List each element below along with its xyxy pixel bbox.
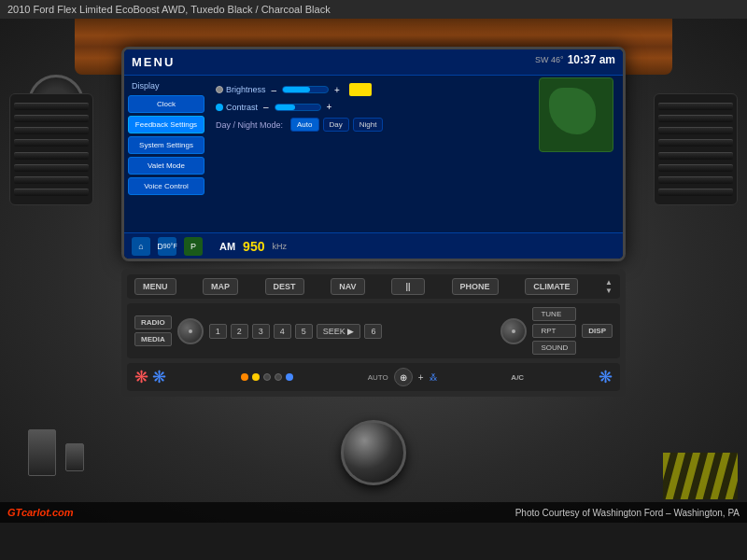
hazard-stripes	[663, 453, 738, 499]
control-panel: MENU MAP DEST NAV || PHONE CLIMATE ▲ ▼ R…	[121, 269, 626, 397]
radio-frequency: 950	[243, 239, 264, 254]
preset-4[interactable]: 4	[274, 324, 291, 339]
media-button[interactable]: MEDIA	[134, 332, 172, 346]
status-indicator-2	[275, 373, 282, 381]
radio-button[interactable]: RADIO	[134, 315, 172, 329]
screen-header: MENU SW 46° 10:37 am	[124, 49, 623, 76]
logo-dot: .com	[49, 507, 74, 518]
dest-button[interactable]: DEST	[265, 278, 304, 295]
tune-label: TUNE	[532, 307, 576, 321]
infotainment-screen[interactable]: MENU SW 46° 10:37 am Display Clock Feedb…	[121, 47, 626, 261]
media-control-row: RADIO MEDIA 1 2 3 4 5 SEEK ▶ 6 TUNE RPT	[127, 303, 620, 358]
logo-gt: GT	[7, 507, 21, 518]
knob-indicator	[189, 329, 192, 333]
site-logo: GTcarlot.com	[7, 507, 74, 518]
center-knob-area	[187, 420, 560, 485]
screen-bottom-bar: ⌂ D90°F P AM 950 kHz	[124, 232, 623, 259]
passenger-icon[interactable]: P	[184, 237, 203, 256]
power-indicator	[241, 373, 248, 381]
radio-band: AM	[219, 241, 235, 252]
contrast-fill	[275, 105, 296, 110]
nav-button[interactable]: NAV	[331, 278, 364, 295]
title-bar: 2010 Ford Flex Limited EcoBoost AWD, Tux…	[0, 0, 747, 19]
night-mode-options: Auto Day Night	[290, 118, 383, 132]
menu-button[interactable]: MENU	[134, 278, 176, 295]
preset-5[interactable]: 5	[295, 324, 313, 339]
night-mode-auto[interactable]: Auto	[290, 118, 318, 132]
home-icon[interactable]: ⌂	[132, 237, 150, 256]
watermark-bar: GTcarlot.com Photo Courtesy of Washingto…	[0, 502, 747, 523]
compass-indicator: SW 46°	[535, 55, 564, 64]
ac-indicator	[286, 373, 293, 381]
clock-display: 10:37 am	[568, 53, 615, 66]
screen-body: Display Clock Feedback Settings System S…	[124, 76, 623, 232]
rpt-button[interactable]: RPT	[532, 324, 576, 338]
night-mode-day[interactable]: Day	[323, 118, 349, 132]
pause-button[interactable]: ||	[391, 278, 425, 295]
tune-knob[interactable]	[500, 318, 527, 344]
preset-2[interactable]: 2	[231, 324, 248, 339]
pedal-area	[19, 401, 93, 476]
driver-icon[interactable]: D90°F	[158, 237, 176, 256]
seek-button[interactable]: SEEK ▶	[317, 324, 361, 339]
gas-pedal	[65, 443, 84, 471]
preset-3[interactable]: 3	[252, 324, 270, 339]
page-title: 2010 Ford Flex Limited EcoBoost AWD, Tux…	[7, 4, 331, 15]
climate-button[interactable]: CLIMATE	[525, 278, 578, 295]
brightness-fill	[283, 87, 310, 92]
scroll-buttons[interactable]: ▲ ▼	[605, 279, 613, 295]
screen-menu-title: MENU	[132, 55, 175, 69]
night-mode-label: Day / Night Mode:	[216, 120, 283, 130]
main-rotary-knob[interactable]	[341, 420, 406, 485]
plus-icon[interactable]: +	[418, 372, 424, 383]
disp-button[interactable]: DISP	[582, 324, 613, 338]
menu-item-voice[interactable]: Voice Control	[128, 177, 204, 195]
brake-pedal	[28, 429, 56, 476]
fan-up-icon: ❋	[134, 367, 148, 387]
photo-area: MENU SW 46° 10:37 am Display Clock Feedb…	[0, 19, 747, 523]
preset-6[interactable]: 6	[364, 324, 382, 339]
menu-item-system[interactable]: System Settings	[128, 136, 204, 154]
contrast-decrease[interactable]: –	[263, 102, 269, 112]
menu-item-valet[interactable]: Valet Mode	[128, 157, 204, 175]
brightness-increase[interactable]: +	[334, 85, 340, 95]
climate-control-row: ❋ ❋ AUTO ⊕ + ⁂ A/C	[127, 363, 620, 391]
radio-unit: kHz	[272, 242, 287, 251]
tune-buttons: TUNE RPT SOUND	[532, 307, 576, 355]
status-indicators	[241, 373, 293, 381]
brightness-preview	[349, 83, 372, 96]
ac-label: ⁂	[430, 373, 437, 382]
screen-inner: MENU SW 46° 10:37 am Display Clock Feedb…	[124, 49, 623, 259]
sound-button[interactable]: SOUND	[532, 341, 576, 355]
photo-credit: Photo Courtesy of Washington Ford – Wash…	[515, 508, 740, 518]
preset-1[interactable]: 1	[209, 324, 227, 339]
scroll-down-icon[interactable]: ▼	[605, 287, 613, 295]
scroll-up-icon[interactable]: ▲	[605, 279, 613, 287]
screen-sidebar-menu: Display Clock Feedback Settings System S…	[124, 76, 208, 232]
contrast-increase[interactable]: +	[327, 102, 332, 112]
contrast-track	[275, 104, 321, 111]
fan-speed-button[interactable]: ⊕	[394, 368, 413, 386]
brightness-decrease[interactable]: –	[272, 85, 277, 95]
left-vent	[9, 93, 93, 205]
fan-controls-right: ❋	[599, 367, 613, 387]
fan-speed-icon: ⊕	[400, 372, 407, 383]
auto-label: AUTO	[368, 373, 388, 382]
status-indicator-1	[263, 373, 271, 381]
source-buttons: RADIO MEDIA	[134, 315, 172, 346]
map-button[interactable]: MAP	[203, 278, 238, 295]
menu-item-feedback[interactable]: Feedback Settings	[128, 116, 204, 133]
nav-button-row: MENU MAP DEST NAV || PHONE CLIMATE ▲ ▼	[127, 274, 620, 299]
phone-button[interactable]: PHONE	[452, 278, 499, 295]
menu-item-clock[interactable]: Clock	[128, 95, 204, 113]
svg-rect-2	[663, 453, 738, 499]
climate-center-controls: AUTO ⊕ + ⁂	[368, 368, 437, 386]
map-landmass	[549, 88, 596, 134]
night-mode-night[interactable]: Night	[353, 118, 384, 132]
screen-status: SW 46° 10:37 am	[535, 53, 615, 66]
ac-button[interactable]: A/C	[511, 373, 524, 382]
logo-carlot: carlot	[21, 507, 49, 518]
volume-knob[interactable]	[177, 318, 204, 344]
contrast-label: Contrast	[226, 103, 258, 112]
submenu-title: Display	[128, 79, 204, 92]
